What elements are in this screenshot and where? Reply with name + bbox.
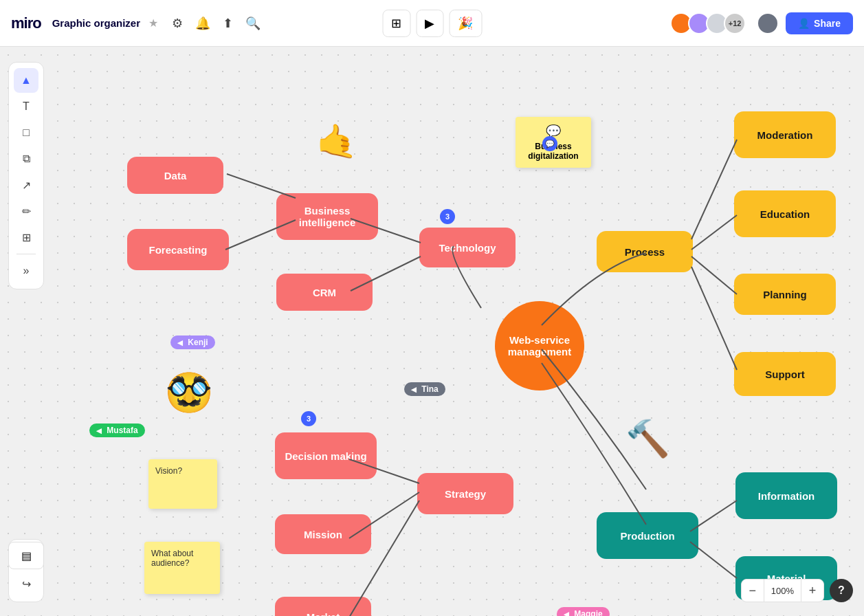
toolbar-separator: [16, 254, 36, 254]
topbar: miro Graphic organizer ★ ⚙ 🔔 ⬆ 🔍 ⊞ ▶ 🎉 +…: [0, 0, 864, 47]
chat-badge-biz[interactable]: 💬: [542, 136, 557, 151]
board-title: Graphic organizer: [52, 17, 140, 29]
forecasting-node[interactable]: Forecasting: [127, 229, 229, 270]
arrow-tool[interactable]: ↗: [14, 173, 38, 197]
bell-icon[interactable]: 🔔: [195, 16, 210, 31]
svg-line-5: [691, 215, 737, 250]
canvas-inner: Web-service management Data Forecasting …: [0, 47, 864, 616]
strategy-node[interactable]: Strategy: [417, 473, 513, 514]
frame-tool[interactable]: ⊞: [14, 225, 38, 250]
forecasting-label: Forecasting: [148, 244, 207, 256]
share-button[interactable]: 👤 Share: [786, 12, 853, 34]
top-center-buttons: ⊞ ▶ 🎉: [382, 10, 482, 37]
arrow-button[interactable]: ▶: [416, 10, 443, 37]
center-label: Web-service management: [495, 334, 584, 358]
chat-badge-technology[interactable]: 3: [440, 209, 455, 224]
production-label: Production: [620, 530, 674, 542]
kenji-cursor: ◀ Kenji: [170, 336, 215, 349]
strategy-label: Strategy: [445, 488, 486, 500]
kenji-label: Kenji: [188, 338, 208, 347]
panel-toggle[interactable]: ▤: [8, 542, 44, 569]
tina-cursor: ◀ Tina: [404, 382, 445, 396]
support-label: Support: [765, 368, 805, 380]
settings-icon[interactable]: ⚙: [172, 16, 183, 31]
zoom-out-button[interactable]: −: [741, 579, 764, 602]
mustafa-cursor: ◀ Mustafa: [89, 424, 145, 437]
hammer-emoji: 🔨: [625, 418, 670, 460]
hand-emoji: 🤙: [316, 122, 357, 161]
help-button[interactable]: ?: [830, 579, 853, 602]
market-label: Market: [307, 611, 340, 617]
production-node[interactable]: Production: [597, 512, 698, 559]
information-node[interactable]: Information: [735, 472, 837, 519]
mustafa-label: Mustafa: [107, 426, 137, 435]
select-tool[interactable]: ▲: [14, 68, 38, 93]
pen-tool[interactable]: ✏: [14, 199, 38, 223]
chat-badge-decision[interactable]: 3: [301, 411, 316, 426]
moderation-node[interactable]: Moderation: [734, 111, 836, 158]
avatar-count: +12: [724, 12, 746, 34]
maggie-label: Maggie: [574, 609, 602, 616]
process-label: Process: [625, 246, 665, 258]
center-node[interactable]: Web-service management: [495, 301, 584, 390]
education-label: Education: [760, 208, 810, 220]
star-icon[interactable]: ★: [148, 16, 158, 30]
moderation-label: Moderation: [757, 129, 813, 141]
business-intelligence-label: Business intelligence: [286, 205, 368, 228]
avatar-me: [757, 12, 779, 34]
information-label: Information: [758, 490, 815, 502]
data-node[interactable]: Data: [127, 157, 223, 194]
shape-tool[interactable]: □: [14, 120, 38, 145]
maggie-cursor: ◀ Maggie: [557, 607, 610, 616]
zoom-controls: − 100% + ?: [741, 579, 853, 602]
planning-node[interactable]: Planning: [734, 274, 836, 315]
avatar-group: +12: [670, 12, 746, 34]
share-label: Share: [814, 18, 841, 29]
copy-tool[interactable]: ⧉: [14, 146, 38, 171]
decision-making-label: Decision making: [285, 450, 366, 462]
crm-node[interactable]: CRM: [276, 274, 373, 311]
canvas[interactable]: Web-service management Data Forecasting …: [0, 47, 864, 616]
planning-label: Planning: [763, 289, 806, 300]
process-node[interactable]: Process: [597, 231, 693, 272]
search-icon[interactable]: 🔍: [245, 16, 261, 31]
decision-making-node[interactable]: Decision making: [275, 432, 377, 479]
svg-line-7: [691, 267, 737, 370]
zoom-in-button[interactable]: +: [801, 579, 824, 602]
svg-line-6: [691, 256, 737, 294]
data-label: Data: [164, 170, 187, 182]
technology-label: Technology: [439, 242, 496, 254]
tina-label: Tina: [421, 384, 438, 394]
topbar-icons: ⚙ 🔔 ⬆ 🔍: [172, 16, 261, 31]
panel-icon: ▤: [21, 549, 32, 562]
business-intelligence-node[interactable]: Business intelligence: [276, 193, 378, 240]
mission-node[interactable]: Mission: [275, 514, 371, 554]
vision-sticky[interactable]: Vision?: [148, 459, 217, 509]
audience-sticky[interactable]: What aboutaudience?: [144, 542, 220, 594]
glasses-emoji: 🥸: [165, 370, 213, 415]
miro-logo: miro: [11, 14, 41, 32]
audience-label: What aboutaudience?: [151, 549, 193, 568]
topbar-right: +12 👤 Share: [670, 12, 853, 34]
confetti-button[interactable]: 🎉: [449, 10, 482, 37]
upload-icon[interactable]: ⬆: [223, 16, 233, 31]
education-node[interactable]: Education: [734, 190, 836, 237]
grid-button[interactable]: ⊞: [382, 10, 410, 37]
technology-node[interactable]: Technology: [419, 228, 516, 267]
vision-label: Vision?: [155, 466, 182, 476]
market-node[interactable]: Market: [275, 597, 371, 616]
svg-line-4: [691, 140, 737, 239]
more-tools[interactable]: »: [14, 258, 38, 283]
share-icon: 👤: [798, 18, 810, 29]
left-toolbar: ▲ T □ ⧉ ↗ ✏ ⊞ »: [8, 62, 44, 289]
support-node[interactable]: Support: [734, 352, 836, 396]
redo-button[interactable]: ↪: [14, 571, 38, 596]
mission-label: Mission: [304, 529, 342, 540]
crm-label: CRM: [313, 287, 336, 298]
zoom-level: 100%: [764, 579, 801, 602]
text-tool[interactable]: T: [14, 94, 38, 119]
